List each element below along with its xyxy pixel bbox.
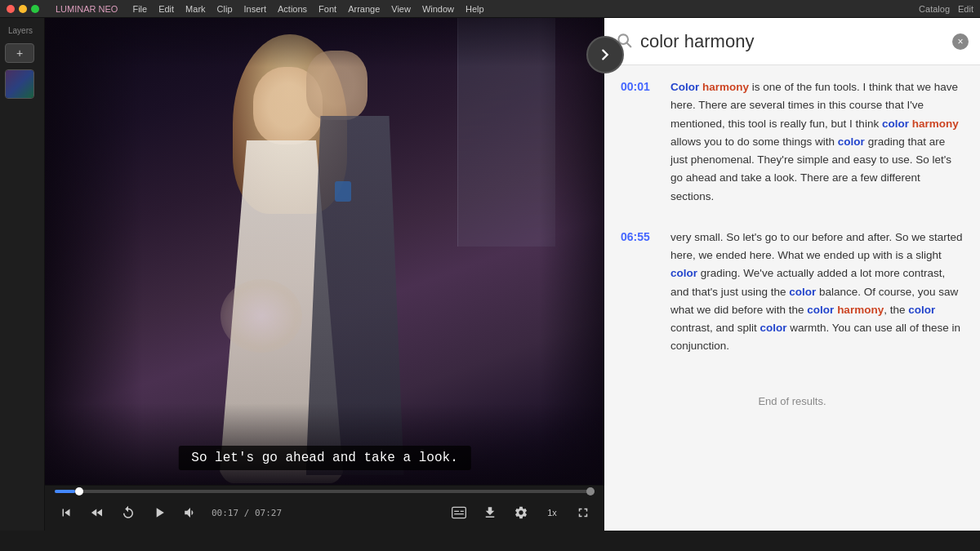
window-controls[interactable] xyxy=(7,5,39,13)
current-time: 00:17 xyxy=(212,508,238,518)
highlight-color-7: color xyxy=(908,304,935,316)
download-button[interactable] xyxy=(480,503,500,522)
highlight-harmony-1: harmony xyxy=(702,81,752,93)
highlight-color-5: color xyxy=(789,286,819,298)
result-item-1[interactable]: 00:01 Color harmony is one of the fun to… xyxy=(621,78,964,206)
progress-filled xyxy=(55,490,75,493)
wedding-video-frame xyxy=(45,18,604,485)
settings-button[interactable] xyxy=(511,503,531,522)
highlight-color-3: color xyxy=(838,136,868,148)
progress-bar-container[interactable] xyxy=(55,486,595,497)
overlay-top xyxy=(45,18,604,67)
progress-end-marker xyxy=(586,487,595,495)
catalog-label[interactable]: Catalog xyxy=(919,4,950,14)
search-bar: × xyxy=(604,18,980,65)
video-background: So let's go ahead and take a look. xyxy=(45,18,604,485)
result-time-1: 00:01 xyxy=(621,78,657,206)
layers-label: Layers xyxy=(5,24,39,37)
time-display: 00:17 / 07:27 xyxy=(212,508,282,518)
menu-window[interactable]: Window xyxy=(422,4,454,14)
highlight-color-6: color xyxy=(807,304,837,316)
result-text-2: very small. So let's go to our before an… xyxy=(670,229,964,356)
menu-arrange[interactable]: Arrange xyxy=(348,4,380,14)
menu-help[interactable]: Help xyxy=(466,4,484,14)
highlight-color-2: color xyxy=(882,118,912,130)
menu-mark[interactable]: Mark xyxy=(185,4,205,14)
menu-font[interactable]: Font xyxy=(318,4,336,14)
rewind-button[interactable] xyxy=(87,503,107,522)
menu-bar: LUMINAR NEO File Edit Mark Clip Insert A… xyxy=(0,0,980,18)
controls-row: 00:17 / 07:27 xyxy=(55,497,595,528)
progress-thumb[interactable] xyxy=(75,487,83,495)
highlight-color-1: Color xyxy=(670,81,702,93)
arrow-right-icon xyxy=(598,47,612,62)
skip-back-button[interactable] xyxy=(56,503,76,522)
subtitle-text: So let's go ahead and take a look. xyxy=(178,446,470,470)
menu-edit[interactable]: Edit xyxy=(158,4,174,14)
thumbnail-image xyxy=(6,70,33,98)
search-results: 00:01 Color harmony is one of the fun to… xyxy=(604,65,980,531)
maximize-dot[interactable] xyxy=(31,5,39,13)
catalog-edit-toggle[interactable]: Catalog Edit xyxy=(919,4,973,14)
result-time-2: 06:55 xyxy=(621,229,657,356)
progress-track[interactable] xyxy=(55,490,595,493)
edit-label[interactable]: Edit xyxy=(958,4,973,14)
menu-view[interactable]: View xyxy=(391,4,411,14)
right-panel: × 00:01 Color harmony is one of the fun … xyxy=(604,18,980,531)
result-text-1: Color harmony is one of the fun tools. I… xyxy=(670,78,964,206)
subtitles-button[interactable] xyxy=(449,503,469,522)
volume-button[interactable] xyxy=(180,503,200,522)
menu-file[interactable]: File xyxy=(132,4,147,14)
clear-search-button[interactable]: × xyxy=(952,33,969,50)
svg-line-5 xyxy=(627,42,631,47)
app-name: LUMINAR NEO xyxy=(56,4,118,14)
highlight-color-4: color xyxy=(670,267,701,279)
layer-thumbnail[interactable] xyxy=(5,69,34,99)
speed-button[interactable]: 1x xyxy=(542,503,562,522)
highlight-harmony-2: harmony xyxy=(912,118,959,130)
video-container[interactable]: So let's go ahead and take a look. xyxy=(45,18,604,485)
search-input[interactable] xyxy=(640,31,944,52)
minimize-dot[interactable] xyxy=(19,5,27,13)
playback-controls: 00:17 / 07:27 xyxy=(45,485,604,531)
flowers xyxy=(220,279,302,353)
add-layer-button[interactable]: + xyxy=(5,43,34,63)
video-section: So let's go ahead and take a look. xyxy=(45,18,604,531)
total-time: 07:27 xyxy=(255,508,282,518)
clear-icon: × xyxy=(957,36,963,47)
result-item-2[interactable]: 06:55 very small. So let's go to our bef… xyxy=(621,229,964,356)
fullscreen-button[interactable] xyxy=(573,503,593,522)
navigate-button[interactable] xyxy=(586,36,624,73)
menu-actions[interactable]: Actions xyxy=(278,4,307,14)
close-dot[interactable] xyxy=(7,5,15,13)
menu-clip[interactable]: Clip xyxy=(217,4,233,14)
highlight-color-8: color xyxy=(760,322,791,334)
loop-button[interactable] xyxy=(118,503,138,522)
controls-right: 1x xyxy=(449,503,593,522)
main-layout: Layers + xyxy=(0,18,980,531)
highlight-harmony-3: harmony xyxy=(837,304,884,316)
video-area: So let's go ahead and take a look. xyxy=(45,18,604,531)
sidebar: Layers + xyxy=(0,18,45,531)
end-of-results: End of results. xyxy=(621,379,964,415)
svg-rect-0 xyxy=(452,507,466,518)
overlay-bottom xyxy=(45,403,604,485)
bow-tie xyxy=(335,181,351,202)
menu-insert[interactable]: Insert xyxy=(244,4,267,14)
play-button[interactable] xyxy=(149,503,169,522)
